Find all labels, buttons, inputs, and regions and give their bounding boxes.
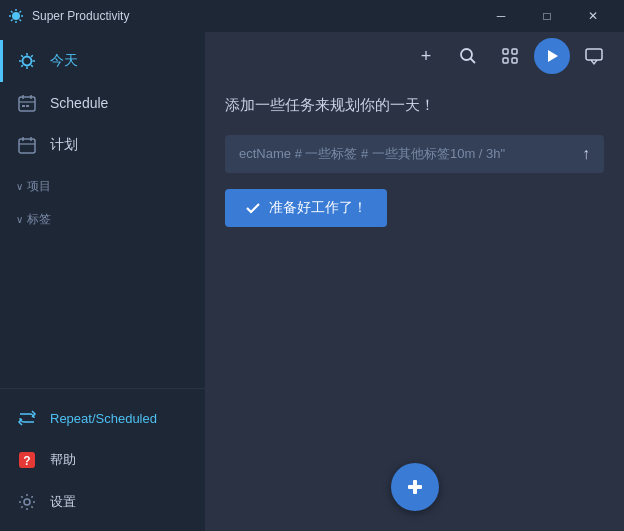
projects-label: 项目 [27, 178, 51, 195]
sidebar-section-tags[interactable]: ∨ 标签 [0, 199, 205, 232]
app-icon [8, 8, 24, 24]
main-content: + [205, 32, 624, 531]
sidebar-item-today[interactable]: 今天 [0, 40, 205, 82]
svg-line-7 [20, 11, 22, 13]
svg-rect-34 [512, 49, 517, 54]
schedule-icon [16, 92, 38, 114]
gear-icon [16, 491, 38, 513]
sidebar-section-projects[interactable]: ∨ 项目 [0, 166, 205, 199]
focus-icon [500, 46, 520, 66]
task-input-area[interactable]: ectName # 一些标签 # 一些其他标签10m / 3h" ↑ [225, 135, 604, 173]
search-icon [458, 46, 478, 66]
app-body: 今天 Schedule [0, 32, 624, 531]
sun-icon [16, 50, 38, 72]
svg-rect-36 [512, 58, 517, 63]
add-icon: + [421, 46, 432, 67]
svg-rect-33 [503, 49, 508, 54]
tags-label: 标签 [27, 211, 51, 228]
svg-line-14 [21, 55, 23, 57]
toolbar: + [205, 32, 624, 80]
help-icon: ? [16, 449, 38, 471]
ready-btn-label: 准备好工作了！ [269, 199, 367, 217]
search-button[interactable] [450, 38, 486, 74]
svg-rect-38 [586, 49, 602, 60]
input-placeholder: ectName # 一些标签 # 一些其他标签10m / 3h" [239, 145, 505, 163]
sidebar-item-schedule[interactable]: Schedule [0, 82, 205, 124]
svg-rect-35 [503, 58, 508, 63]
svg-rect-24 [19, 139, 35, 153]
window-controls: ─ □ ✕ [478, 0, 616, 32]
svg-rect-18 [19, 97, 35, 111]
chevron-down-icon: ∨ [16, 181, 23, 192]
focus-button[interactable] [492, 38, 528, 74]
svg-line-17 [21, 65, 23, 67]
play-button[interactable] [534, 38, 570, 74]
svg-marker-37 [548, 50, 558, 62]
svg-line-16 [31, 55, 33, 57]
svg-point-31 [461, 49, 472, 60]
input-arrow-icon: ↑ [582, 145, 590, 163]
repeat-icon [16, 407, 38, 429]
svg-line-5 [11, 11, 13, 13]
svg-point-0 [12, 12, 20, 20]
chevron-down-icon-tags: ∨ [16, 214, 23, 225]
sidebar-item-settings[interactable]: 设置 [0, 481, 205, 523]
svg-rect-22 [22, 105, 25, 107]
empty-message: 添加一些任务来规划你的一天！ [225, 96, 604, 115]
maximize-button[interactable]: □ [524, 0, 570, 32]
ready-button[interactable]: 准备好工作了！ [225, 189, 387, 227]
svg-point-30 [24, 499, 30, 505]
app-title: Super Productivity [32, 9, 129, 23]
svg-rect-23 [26, 105, 29, 107]
titlebar: Super Productivity ─ □ ✕ [0, 0, 624, 32]
svg-point-9 [23, 57, 32, 66]
minimize-button[interactable]: ─ [478, 0, 524, 32]
sidebar-nav: 今天 Schedule [0, 32, 205, 388]
help-label: 帮助 [50, 451, 76, 469]
chat-icon [584, 46, 604, 66]
svg-line-6 [20, 20, 22, 22]
sidebar-item-plan[interactable]: 计划 [0, 124, 205, 166]
sidebar: 今天 Schedule [0, 32, 205, 531]
svg-line-8 [11, 20, 13, 22]
fab-button[interactable] [391, 463, 439, 511]
plan-label: 计划 [50, 136, 78, 154]
repeat-label: Repeat/Scheduled [50, 411, 157, 426]
svg-text:?: ? [23, 454, 30, 468]
play-icon [544, 48, 560, 64]
today-label: 今天 [50, 52, 78, 70]
fab-icon [404, 476, 426, 498]
sidebar-item-help[interactable]: ? 帮助 [0, 439, 205, 481]
content-area: 添加一些任务来规划你的一天！ ectName # 一些标签 # 一些其他标签10… [205, 80, 624, 531]
check-icon [245, 200, 261, 216]
calendar-icon [16, 134, 38, 156]
sidebar-item-repeat[interactable]: Repeat/Scheduled [0, 397, 205, 439]
svg-line-15 [31, 65, 33, 67]
close-button[interactable]: ✕ [570, 0, 616, 32]
svg-line-32 [471, 59, 476, 64]
sidebar-bottom: Repeat/Scheduled ? 帮助 [0, 388, 205, 531]
add-button[interactable]: + [408, 38, 444, 74]
svg-rect-40 [413, 480, 417, 494]
schedule-label: Schedule [50, 95, 108, 111]
settings-label: 设置 [50, 493, 76, 511]
chat-button[interactable] [576, 38, 612, 74]
titlebar-left: Super Productivity [8, 8, 129, 24]
